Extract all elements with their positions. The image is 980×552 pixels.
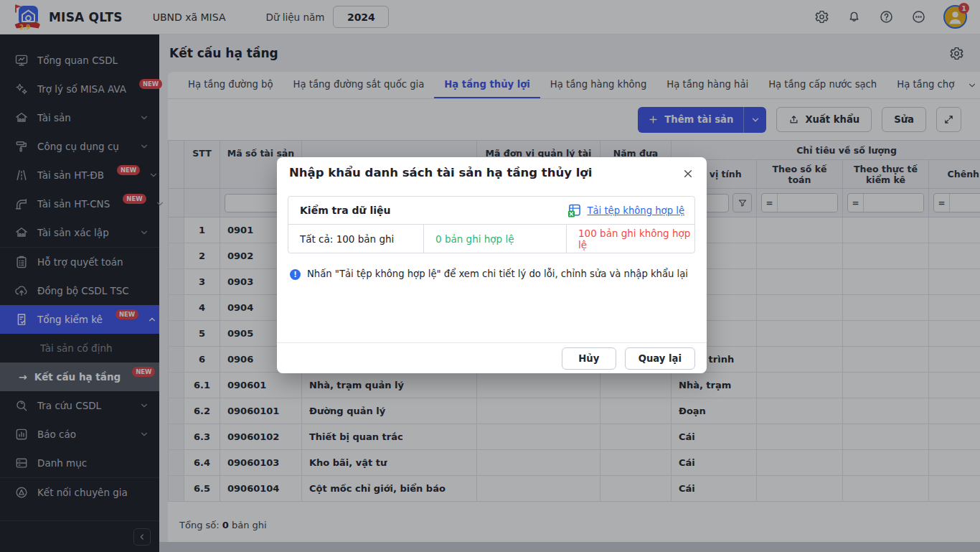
summary-invalid: 100 bản ghi không hợp lệ [567,225,694,253]
check-data-label: Kiểm tra dữ liệu [300,205,390,216]
modal-footer: Hủy Quay lại [277,342,707,373]
modal-note: ! Nhấn "Tải tệp không hợp lệ" để xem chi… [290,268,692,280]
close-icon[interactable] [680,166,696,182]
back-button[interactable]: Quay lại [625,347,695,370]
import-result-modal: Nhập khẩu danh sách tài sản hạ tầng thủy… [277,157,707,373]
excel-file-icon [567,204,581,217]
modal-title: Nhập khẩu danh sách tài sản hạ tầng thủy… [289,166,592,179]
check-result-box: Kiểm tra dữ liệu Tải tệp không hợp lệ Tấ… [288,196,695,253]
cancel-button[interactable]: Hủy [562,347,616,370]
info-icon: ! [290,269,301,280]
summary-valid: 0 bản ghi hợp lệ [424,225,567,253]
download-invalid-file-link[interactable]: Tải tệp không hợp lệ [567,204,684,217]
summary-total: Tất cả: 100 bản ghi [288,225,424,253]
